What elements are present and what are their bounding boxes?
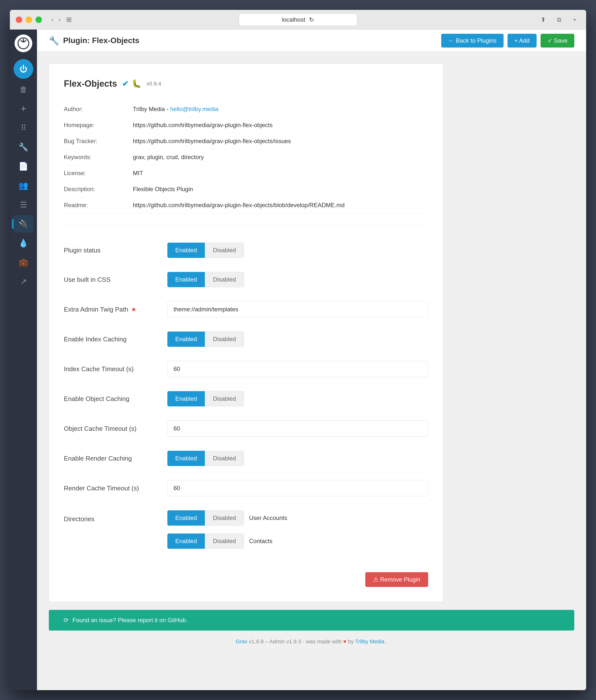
sidebar-item-dashboard[interactable]: ⏻ bbox=[14, 59, 33, 79]
plugin-status-label: Plugin status bbox=[64, 247, 167, 254]
author-footer-link[interactable]: Trilby Media bbox=[355, 639, 384, 645]
plugin-name: Flex-Objects bbox=[64, 79, 117, 89]
enable-object-row: Enable Object Caching Enabled Disabled bbox=[64, 384, 428, 414]
separator-1: – bbox=[265, 639, 269, 645]
bugtracker-link[interactable]: https://github.com/trilbymedia/grav-plug… bbox=[133, 138, 291, 145]
object-timeout-input[interactable] bbox=[167, 420, 428, 437]
readme-label: Readme: bbox=[64, 202, 133, 209]
back-to-plugins-button[interactable]: ← Back to Plugins bbox=[441, 34, 503, 48]
share-button[interactable]: ⬆ bbox=[538, 14, 549, 25]
themes-icon: 💧 bbox=[19, 238, 28, 248]
heart-icon: ♥ bbox=[343, 639, 348, 645]
object-timeout-label: Object Cache Timeout (s) bbox=[64, 425, 167, 433]
plugin-card: Flex-Objects ✔ 🐛 v0.9.4 Author: Trilby M bbox=[49, 63, 443, 602]
extra-twig-input[interactable] bbox=[167, 301, 428, 317]
add-button[interactable]: + Add bbox=[507, 34, 537, 48]
plugin-header: Flex-Objects ✔ 🐛 v0.9.4 bbox=[64, 79, 428, 89]
url-text: localhost bbox=[282, 16, 305, 23]
topbar-actions: ← Back to Plugins + Add ✓ Save bbox=[441, 34, 574, 48]
pages-icon: 📄 bbox=[19, 161, 28, 171]
add-icon: + bbox=[21, 103, 26, 114]
readme-link[interactable]: https://github.com/trilbymedia/grav-plug… bbox=[133, 202, 345, 209]
sidebar-item-grid[interactable]: ⠿ bbox=[14, 119, 33, 136]
sidebar-item-delete[interactable]: 🗑 bbox=[14, 81, 33, 98]
sidebar-item-tools[interactable]: 🔧 bbox=[14, 138, 33, 156]
sidebar-logo[interactable] bbox=[15, 34, 32, 52]
author-value: Trilby Media - hello@trilby.media bbox=[133, 106, 218, 112]
refresh-icon[interactable]: ↻ bbox=[309, 16, 314, 23]
sidebar-item-briefcase[interactable]: 💼 bbox=[14, 254, 33, 271]
github-icon: ⟳ bbox=[64, 617, 69, 624]
sidebar-item-users[interactable]: 👥 bbox=[14, 177, 33, 194]
index-timeout-input[interactable] bbox=[167, 361, 428, 377]
enable-render-disabled[interactable]: Disabled bbox=[205, 451, 244, 466]
dir-ua-disabled[interactable]: Disabled bbox=[205, 510, 244, 526]
remove-plugin-button[interactable]: ⚠ Remove Plugin bbox=[365, 572, 428, 587]
readme-row: Readme: https://github.com/trilbymedia/g… bbox=[64, 197, 428, 213]
extra-twig-label: Extra Admin Twig Path ★ bbox=[64, 306, 167, 313]
content-area: 🔧 Plugin: Flex-Objects ← Back to Plugins… bbox=[37, 30, 586, 690]
enable-object-enabled[interactable]: Enabled bbox=[167, 391, 205, 407]
back-arrow[interactable]: ‹ bbox=[49, 15, 55, 25]
use-css-enabled[interactable]: Enabled bbox=[167, 272, 205, 287]
export-icon: ↗ bbox=[20, 277, 27, 286]
menu-icon: ☰ bbox=[20, 200, 27, 209]
enable-render-label: Enable Render Caching bbox=[64, 455, 167, 462]
enable-index-disabled[interactable]: Disabled bbox=[205, 332, 244, 347]
page-title-icon: 🔧 bbox=[49, 36, 59, 46]
use-css-disabled[interactable]: Disabled bbox=[205, 272, 244, 287]
remove-section: ⚠ Remove Plugin bbox=[64, 572, 428, 587]
info-table: Author: Trilby Media - hello@trilby.medi… bbox=[64, 101, 428, 213]
url-bar[interactable]: localhost ↻ bbox=[239, 14, 357, 26]
author-link[interactable]: hello@trilby.media bbox=[170, 106, 218, 112]
render-timeout-input[interactable] bbox=[167, 480, 428, 496]
power-icon: ⏻ bbox=[20, 64, 27, 74]
plugin-status-enabled[interactable]: Enabled bbox=[167, 242, 205, 258]
page-title-text: Plugin: Flex-Objects bbox=[63, 36, 139, 45]
save-button[interactable]: ✓ Save bbox=[541, 34, 574, 48]
enable-index-control: Enabled Disabled bbox=[167, 332, 428, 347]
plugin-status-disabled[interactable]: Disabled bbox=[205, 242, 244, 258]
dir-ua-label: User Accounts bbox=[249, 515, 287, 521]
nav-arrows: ‹ › bbox=[49, 15, 63, 25]
render-timeout-control[interactable] bbox=[167, 480, 428, 496]
homepage-link[interactable]: https://github.com/trilbymedia/grav-plug… bbox=[133, 122, 273, 129]
forward-arrow[interactable]: › bbox=[56, 15, 63, 25]
sidebar-item-plugins[interactable]: 🔌 bbox=[14, 215, 33, 233]
scroll-area[interactable]: Flex-Objects ✔ 🐛 v0.9.4 Author: Trilby M bbox=[37, 52, 586, 690]
sidebar-item-menu[interactable]: ☰ bbox=[14, 196, 33, 213]
index-timeout-control[interactable] bbox=[167, 361, 428, 377]
enable-render-enabled[interactable]: Enabled bbox=[167, 451, 205, 466]
grav-link[interactable]: Grav bbox=[235, 639, 247, 645]
enable-object-disabled[interactable]: Disabled bbox=[205, 391, 244, 407]
tabs-button[interactable]: ⧉ bbox=[554, 14, 565, 25]
version-badge: v0.9.4 bbox=[146, 81, 161, 87]
enable-object-label: Enable Object Caching bbox=[64, 395, 167, 403]
sidebar-item-add[interactable]: + bbox=[14, 100, 33, 117]
license-label: License: bbox=[64, 170, 133, 177]
render-timeout-row: Render Cache Timeout (s) bbox=[64, 473, 428, 503]
minimize-button[interactable] bbox=[26, 17, 32, 23]
traffic-lights bbox=[16, 17, 42, 23]
dir-contacts-disabled[interactable]: Disabled bbox=[205, 534, 244, 549]
dir-ua-enabled[interactable]: Enabled bbox=[167, 510, 205, 526]
maximize-button[interactable] bbox=[35, 17, 42, 23]
enable-render-toggle: Enabled Disabled bbox=[167, 451, 244, 466]
extra-twig-control[interactable] bbox=[167, 301, 428, 317]
bugtracker-row: Bug Tracker: https://github.com/trilbyme… bbox=[64, 133, 428, 149]
keywords-row: Keywords: grav, plugin, crud, directory bbox=[64, 149, 428, 165]
dir-contacts-enabled[interactable]: Enabled bbox=[167, 534, 205, 549]
plugins-icon: 🔌 bbox=[19, 219, 28, 229]
dir-contacts-toggle: Enabled Disabled bbox=[167, 534, 244, 549]
enable-index-enabled[interactable]: Enabled bbox=[167, 332, 205, 347]
close-button[interactable] bbox=[16, 17, 22, 23]
sidebar-item-themes[interactable]: 💧 bbox=[14, 234, 33, 252]
object-timeout-control[interactable] bbox=[167, 420, 428, 437]
sidebar-item-export[interactable]: ↗ bbox=[14, 273, 33, 290]
middle-text: - was made with bbox=[303, 639, 342, 645]
index-timeout-label: Index Cache Timeout (s) bbox=[64, 365, 167, 373]
keywords-label: Keywords: bbox=[64, 154, 133, 161]
author-label: Author: bbox=[64, 106, 133, 112]
new-tab-button[interactable]: + bbox=[569, 14, 580, 25]
sidebar-item-pages[interactable]: 📄 bbox=[14, 158, 33, 175]
